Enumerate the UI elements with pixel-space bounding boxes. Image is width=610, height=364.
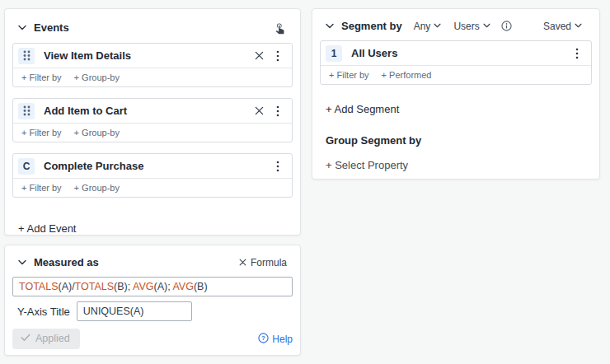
add-segment-button[interactable]: + Add Segment <box>326 103 399 115</box>
kebab-menu-icon[interactable] <box>570 46 584 61</box>
events-panel-header: Events <box>5 9 300 35</box>
formula-token: TOTALS <box>19 281 58 292</box>
event-card-row[interactable]: C Complete Purchase <box>13 154 292 178</box>
segment-number: 1 <box>331 48 337 59</box>
formula-token: AVG <box>172 281 193 292</box>
formula-token: TOTALS <box>75 281 114 292</box>
kebab-menu-icon[interactable] <box>270 159 285 174</box>
filter-by-link[interactable]: + Filter by <box>21 128 62 138</box>
info-icon[interactable] <box>501 21 512 31</box>
chevron-down-icon[interactable] <box>18 25 26 30</box>
drag-handle-icon[interactable] <box>18 48 35 64</box>
event-title[interactable]: Complete Purchase <box>44 160 270 172</box>
check-icon <box>21 333 30 344</box>
close-icon[interactable] <box>251 104 266 119</box>
segment-number-badge: 1 <box>326 45 342 62</box>
segment-panel-title: Segment by <box>341 20 402 32</box>
measured-as-panel: Measured as Formula TOTALS(A)/TOTALS(B);… <box>4 245 301 356</box>
select-property-button[interactable]: + Select Property <box>326 159 408 171</box>
users-dropdown-label: Users <box>453 21 479 32</box>
events-panel: Events View Item Details <box>4 8 301 236</box>
segment-card-links: + Filter by + Performed <box>321 65 591 84</box>
segment-card: 1 All Users + Filter by + Performed <box>320 40 592 85</box>
event-card: View Item Details + Filter by + Group-by <box>12 43 293 87</box>
formula-toggle-label: Formula <box>251 257 287 268</box>
filter-by-link[interactable]: + Filter by <box>21 183 62 193</box>
y-axis-title-input[interactable] <box>77 301 192 321</box>
chevron-down-icon <box>575 23 583 29</box>
group-by-link[interactable]: + Group-by <box>74 128 120 138</box>
event-card-links: + Filter by + Group-by <box>13 123 292 142</box>
saved-dropdown-label: Saved <box>543 21 571 32</box>
filter-by-link[interactable]: + Filter by <box>329 70 369 80</box>
event-card-list: View Item Details + Filter by + Group-by <box>5 43 300 198</box>
event-card-links: + Filter by + Group-by <box>13 178 292 197</box>
formula-token: (A)/ <box>58 281 74 292</box>
segment-by-panel: Segment by Any Users Saved <box>312 8 600 180</box>
chevron-down-icon[interactable] <box>18 259 26 265</box>
chevron-down-icon <box>483 23 491 29</box>
help-link[interactable]: ? Help <box>258 333 293 346</box>
segment-panel-header: Segment by Any Users Saved <box>312 9 599 32</box>
event-title[interactable]: Add Item to Cart <box>44 105 251 117</box>
measured-panel-title: Measured as <box>34 256 99 268</box>
group-segment-by-title: Group Segment by <box>326 134 599 147</box>
close-icon <box>239 257 246 268</box>
event-letter: C <box>23 161 30 172</box>
close-icon[interactable] <box>251 49 266 63</box>
kebab-menu-icon[interactable] <box>270 49 285 63</box>
svg-text:?: ? <box>261 334 265 342</box>
group-by-link[interactable]: + Group-by <box>74 72 120 82</box>
y-axis-row: Y-Axis Title <box>17 301 300 321</box>
any-dropdown[interactable]: Any <box>414 21 443 32</box>
applied-button-label: Applied <box>35 333 70 344</box>
performed-link[interactable]: + Performed <box>382 70 432 80</box>
formula-token: (B) <box>194 281 208 292</box>
measured-bottom-row: Applied ? Help <box>12 329 293 349</box>
help-link-label: Help <box>272 334 293 345</box>
help-icon: ? <box>258 333 269 346</box>
select-events-tap-icon[interactable] <box>272 20 287 35</box>
event-card-row[interactable]: Add Item to Cart <box>13 99 292 123</box>
event-card: C Complete Purchase + Filter by + Group-… <box>12 153 293 198</box>
formula-token: (A); <box>153 281 172 292</box>
chevron-down-icon <box>434 23 442 29</box>
kebab-menu-icon[interactable] <box>270 104 285 119</box>
group-by-link[interactable]: + Group-by <box>74 183 120 193</box>
formula-toggle[interactable]: Formula <box>239 257 287 268</box>
saved-dropdown[interactable]: Saved <box>543 21 583 32</box>
event-card-row[interactable]: View Item Details <box>13 44 292 68</box>
event-letter-badge: C <box>18 158 35 175</box>
applied-button[interactable]: Applied <box>12 329 80 349</box>
formula-token: (B); <box>114 281 133 292</box>
segment-card-row[interactable]: 1 All Users <box>321 41 591 65</box>
formula-token: AVG <box>133 281 153 292</box>
y-axis-title-label: Y-Axis Title <box>17 306 70 318</box>
measured-panel-header: Measured as Formula <box>5 245 300 268</box>
drag-handle-icon[interactable] <box>18 103 35 119</box>
users-dropdown[interactable]: Users <box>453 21 490 32</box>
filter-by-link[interactable]: + Filter by <box>21 72 62 82</box>
chevron-down-icon[interactable] <box>326 23 334 29</box>
add-event-button[interactable]: + Add Event <box>18 222 76 235</box>
any-dropdown-label: Any <box>414 21 431 32</box>
formula-input[interactable]: TOTALS(A)/TOTALS(B); AVG(A); AVG(B) <box>12 277 293 296</box>
events-panel-title: Events <box>34 21 69 34</box>
event-card-links: + Filter by + Group-by <box>13 68 292 86</box>
segment-card-list: 1 All Users + Filter by + Performed <box>312 40 599 85</box>
segment-title[interactable]: All Users <box>351 47 570 59</box>
event-card: Add Item to Cart + Filter by + Group-by <box>12 98 293 142</box>
event-title[interactable]: View Item Details <box>44 49 251 62</box>
